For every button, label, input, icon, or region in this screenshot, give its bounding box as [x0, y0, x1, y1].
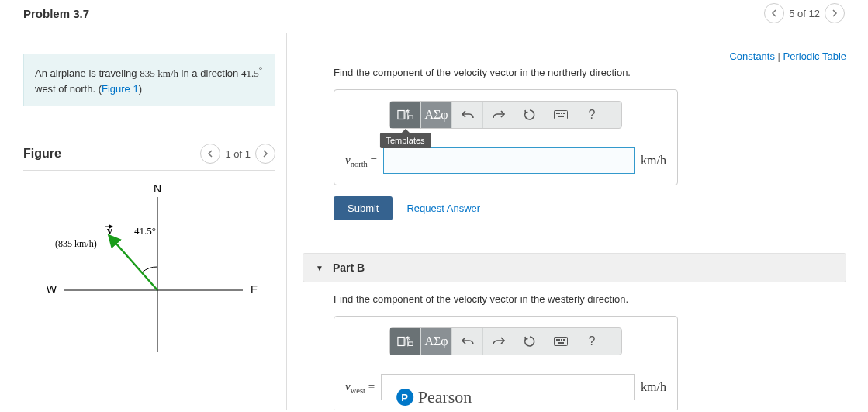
variable-label-b: vwest =: [345, 380, 375, 395]
equals-sign: =: [365, 380, 375, 393]
part-a-prompt: Find the component of the velocity vecto…: [334, 67, 846, 78]
problem-text: ): [139, 83, 142, 95]
problem-title: Problem 3.7: [23, 7, 89, 20]
svg-rect-11: [563, 113, 565, 114]
next-figure-button[interactable]: [255, 144, 275, 164]
figure-speed-label: (835 km/h): [55, 238, 97, 249]
undo-button[interactable]: [452, 328, 483, 355]
part-b-header[interactable]: ▼ Part B: [303, 253, 846, 282]
undo-icon: [462, 336, 474, 347]
equals-sign: =: [368, 154, 377, 166]
help-button[interactable]: ?: [576, 328, 607, 355]
keyboard-button[interactable]: [545, 102, 576, 128]
figure-heading: Figure: [23, 147, 61, 161]
svg-rect-18: [558, 339, 560, 341]
answer-input-a[interactable]: [383, 147, 635, 174]
svg-rect-8: [556, 113, 558, 114]
redo-icon: [493, 336, 505, 347]
figure-link[interactable]: Figure 1: [102, 83, 139, 95]
problem-angle: 41.5: [241, 68, 259, 79]
redo-button[interactable]: [483, 328, 514, 355]
next-problem-button[interactable]: [825, 3, 845, 23]
pearson-logo: P Pearson: [396, 387, 472, 407]
problem-header: Problem 3.7 5 of 12: [0, 0, 868, 33]
svg-rect-4: [397, 111, 403, 119]
keyboard-icon: [554, 110, 568, 119]
help-button[interactable]: ?: [576, 102, 607, 128]
figure-vector-label: v: [107, 225, 112, 237]
redo-button[interactable]: [483, 102, 514, 128]
periodic-table-link[interactable]: Periodic Table: [783, 50, 846, 62]
figure-label-w: W: [46, 283, 57, 296]
figure-pager-label: 1 of 1: [225, 148, 251, 160]
prev-figure-button[interactable]: [200, 144, 220, 164]
answer-row-b: vwest = km/h: [345, 374, 666, 400]
part-a-actions: Submit Request Answer: [334, 196, 846, 220]
part-b-prompt: Find the component of the velocity vecto…: [334, 293, 846, 305]
chevron-right-icon: [832, 9, 838, 17]
request-answer-link-a[interactable]: Request Answer: [406, 203, 480, 214]
pearson-badge-icon: P: [396, 389, 413, 406]
variable-symbol: v: [345, 380, 351, 393]
problem-speed-unit: km/h: [157, 68, 178, 79]
part-a: Find the component of the velocity vecto…: [303, 67, 846, 234]
constants-link[interactable]: Constants: [729, 50, 775, 62]
templates-button[interactable]: x Templates: [390, 102, 421, 128]
svg-rect-21: [558, 342, 564, 344]
variable-label-a: vnorth =: [345, 154, 377, 168]
problem-text: in a direction: [178, 68, 241, 79]
equation-toolbar-a: x Templates ΑΣφ: [389, 101, 622, 129]
part-b-title: Part B: [333, 261, 365, 274]
problem-pager: 5 of 12: [764, 3, 845, 23]
resource-links: Constants | Periodic Table: [303, 50, 846, 62]
svg-rect-16: [554, 338, 567, 346]
svg-rect-20: [563, 339, 565, 341]
svg-line-2: [109, 236, 157, 290]
answer-frame-a: x Templates ΑΣφ: [334, 89, 678, 185]
right-panel: Constants | Periodic Table Find the comp…: [287, 33, 868, 410]
svg-rect-17: [556, 339, 558, 341]
figure-header: Figure 1 of 1: [23, 144, 275, 171]
problem-statement: An airplane is traveling 835 km/h in a d…: [23, 54, 275, 106]
svg-rect-12: [558, 116, 564, 117]
prev-problem-button[interactable]: [764, 3, 784, 23]
pager-label: 5 of 12: [789, 8, 820, 19]
svg-rect-9: [558, 113, 560, 114]
figure-pager: 1 of 1: [200, 144, 275, 164]
greek-symbols-button[interactable]: ΑΣφ: [421, 328, 452, 355]
reset-button[interactable]: [514, 328, 545, 355]
answer-row-a: vnorth = km/h: [345, 147, 666, 174]
greek-symbols-button[interactable]: ΑΣφ: [421, 102, 452, 128]
keyboard-button[interactable]: [545, 328, 576, 355]
equation-toolbar-b: x ΑΣφ: [389, 327, 622, 355]
figure-diagram: N E W 41.5° v (835 km/h): [33, 182, 266, 352]
svg-rect-15: [408, 342, 413, 346]
unit-label-a: km/h: [641, 154, 666, 168]
pearson-brand-text: Pearson: [418, 387, 472, 407]
part-b: Find the component of the velocity vecto…: [303, 293, 846, 410]
problem-text: An airplane is traveling: [35, 68, 140, 79]
templates-button[interactable]: x: [390, 328, 421, 355]
variable-subscript: north: [351, 160, 368, 168]
templates-tooltip: Templates: [379, 133, 431, 148]
link-separator: |: [775, 50, 783, 62]
chevron-left-icon: [207, 150, 213, 158]
caret-down-icon: ▼: [316, 264, 323, 272]
problem-speed: 835: [140, 68, 155, 79]
chevron-left-icon: [771, 9, 777, 17]
degree-symbol: °: [259, 65, 262, 74]
reset-button[interactable]: [514, 102, 545, 128]
answer-frame-b: x ΑΣφ: [334, 316, 678, 410]
unit-label-b: km/h: [641, 380, 666, 394]
problem-text: west of north. (: [35, 83, 102, 95]
templates-icon: x: [397, 334, 414, 348]
reset-icon: [524, 335, 536, 348]
chevron-right-icon: [262, 150, 268, 158]
redo-icon: [493, 109, 505, 120]
svg-rect-6: [408, 116, 413, 119]
submit-button-a[interactable]: Submit: [334, 196, 393, 220]
figure-label-n: N: [153, 182, 161, 195]
undo-button[interactable]: [452, 102, 483, 128]
svg-rect-7: [554, 111, 567, 119]
keyboard-icon: [554, 337, 568, 346]
